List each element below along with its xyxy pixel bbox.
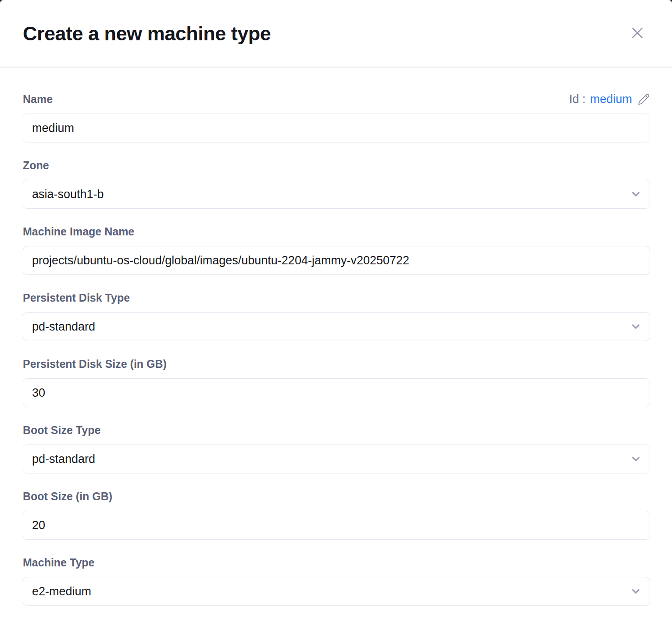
field-name: Name Id : medium xyxy=(23,92,650,142)
zone-select[interactable]: asia-south1-b xyxy=(23,180,650,209)
field-machine-image-name: Machine Image Name xyxy=(23,225,650,275)
modal-body: Name Id : medium xyxy=(0,68,672,606)
field-zone: Zone asia-south1-b xyxy=(23,159,650,209)
persistent-disk-size-label: Persistent Disk Size (in GB) xyxy=(23,357,167,371)
machine-image-name-label: Machine Image Name xyxy=(23,225,134,238)
machine-type-label: Machine Type xyxy=(23,556,94,569)
name-input[interactable] xyxy=(23,114,650,142)
boot-size-type-select[interactable]: pd-standard xyxy=(23,445,650,473)
id-label: Id : xyxy=(569,92,586,106)
boot-size-type-select-value: pd-standard xyxy=(32,452,95,466)
close-button[interactable] xyxy=(628,24,647,42)
chevron-down-icon xyxy=(630,189,642,200)
boot-size-label: Boot Size (in GB) xyxy=(23,490,112,503)
machine-type-select-value: e2-medium xyxy=(32,585,91,598)
boot-size-input[interactable] xyxy=(23,511,650,540)
field-boot-size: Boot Size (in GB) xyxy=(23,490,650,540)
edit-id-button[interactable] xyxy=(637,93,650,106)
zone-select-value: asia-south1-b xyxy=(32,188,104,201)
create-machine-type-modal: Create a new machine type Name Id : medi… xyxy=(0,0,672,619)
field-machine-type: Machine Type e2-medium xyxy=(23,556,650,606)
persistent-disk-size-input[interactable] xyxy=(23,378,650,407)
close-icon xyxy=(630,25,645,40)
modal-title: Create a new machine type xyxy=(23,22,649,46)
boot-size-type-label: Boot Size Type xyxy=(23,423,100,437)
id-value: medium xyxy=(590,92,632,106)
persistent-disk-type-select-value: pd-standard xyxy=(32,320,95,334)
field-persistent-disk-size: Persistent Disk Size (in GB) xyxy=(23,357,650,407)
machine-image-name-input[interactable] xyxy=(23,246,650,275)
chevron-down-icon xyxy=(630,321,642,333)
id-row: Id : medium xyxy=(569,92,650,106)
field-boot-size-type: Boot Size Type pd-standard xyxy=(23,423,650,473)
zone-label: Zone xyxy=(23,159,49,172)
persistent-disk-type-select[interactable]: pd-standard xyxy=(23,312,650,341)
machine-type-select[interactable]: e2-medium xyxy=(23,577,650,606)
chevron-down-icon xyxy=(630,453,642,465)
chevron-down-icon xyxy=(630,586,642,598)
field-persistent-disk-type: Persistent Disk Type pd-standard xyxy=(23,291,650,341)
pencil-icon xyxy=(637,93,650,106)
modal-header: Create a new machine type xyxy=(0,0,672,68)
persistent-disk-type-label: Persistent Disk Type xyxy=(23,291,130,305)
name-label: Name xyxy=(23,92,53,106)
